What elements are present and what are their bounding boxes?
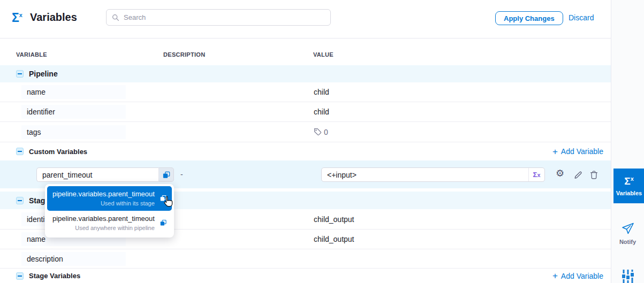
add-variable-button[interactable]: + Add Variable: [552, 271, 603, 280]
column-headers: VARIABLE DESCRIPTION VALUE: [0, 39, 611, 65]
plus-icon: +: [552, 271, 558, 280]
table-row-identifier: identifier child: [0, 102, 611, 122]
variable-name: tags: [21, 125, 126, 139]
table-row-stage-description: description: [0, 249, 611, 269]
group-row-custom-variables: Custom Variables + Add Variable: [0, 142, 611, 160]
group-label: Stage Variables: [29, 272, 80, 280]
group-row-stage-variables: Stage Variables + Add Variable: [0, 269, 611, 283]
paper-plane-icon: [620, 222, 635, 235]
variable-name-input[interactable]: [36, 167, 158, 182]
page-title: Variables: [30, 11, 77, 24]
collapse-minus-icon[interactable]: [16, 70, 24, 78]
cursor-pointer-icon: [162, 195, 174, 208]
sigma-x-icon: Σx: [624, 175, 634, 187]
search-icon: [112, 14, 119, 21]
collapse-minus-icon[interactable]: [16, 148, 24, 155]
copy-button[interactable]: [158, 167, 174, 182]
suggestion-scope: Used within its stage: [52, 200, 155, 206]
variable-name: name: [21, 85, 126, 99]
variable-name: description: [21, 252, 126, 266]
suggestion-text: pipeline.variables.parent_timeout Used w…: [52, 190, 155, 206]
add-variable-button[interactable]: + Add Variable: [552, 147, 603, 156]
plus-icon: +: [552, 147, 558, 156]
suggestion-scope: Used anywhere within pipeline: [52, 225, 155, 231]
apply-changes-button[interactable]: Apply Changes: [495, 11, 563, 25]
variable-name-input-group: [36, 167, 174, 182]
suggestion-item-pipeline-scope[interactable]: pipeline.variables.parent_timeout Used a…: [47, 211, 172, 235]
sigma-x-icon: Σx: [12, 11, 22, 25]
section-row-pipeline[interactable]: Pipeline: [0, 65, 611, 82]
variables-table: VARIABLE DESCRIPTION VALUE Pipeline name…: [0, 39, 611, 283]
search-box[interactable]: [106, 9, 331, 26]
variable-value-input-group: Σx: [321, 167, 545, 182]
variable-value: child_output: [314, 235, 354, 243]
column-header-value: VALUE: [313, 51, 334, 58]
edit-pencil-icon[interactable]: [573, 170, 583, 182]
collapse-minus-icon[interactable]: [16, 197, 24, 204]
sliders-icon[interactable]: [622, 270, 634, 283]
column-header-variable: VARIABLE: [16, 51, 47, 58]
panel-header: Σx Variables Apply Changes Discard: [0, 0, 611, 39]
add-variable-label: Add Variable: [561, 272, 603, 280]
discard-link[interactable]: Discard: [569, 13, 594, 22]
copy-icon: [163, 171, 170, 179]
suggestion-item-stage-scope[interactable]: pipeline.variables.parent_timeout Used w…: [47, 186, 172, 211]
sidebar-item-variables[interactable]: Σx Variables: [613, 169, 644, 203]
settings-gear-icon[interactable]: ⚙: [556, 169, 564, 178]
sidebar-item-label: Variables: [616, 190, 642, 196]
variable-name: identifier: [21, 105, 126, 119]
suggestion-path: pipeline.variables.parent_timeout: [52, 215, 155, 223]
variable-value: child: [314, 88, 329, 96]
group-label: Custom Variables: [29, 148, 87, 156]
variable-value: child: [314, 108, 329, 116]
table-row-name: name child: [0, 82, 611, 102]
suggestion-text: pipeline.variables.parent_timeout Used a…: [52, 215, 155, 231]
right-sidebar: Σx Variables Notify: [611, 0, 644, 283]
column-header-description: DESCRIPTION: [163, 51, 205, 58]
variable-value-input[interactable]: [322, 171, 528, 179]
collapse-minus-icon[interactable]: [16, 272, 24, 280]
copy-icon[interactable]: [160, 218, 166, 227]
search-input[interactable]: [124, 13, 325, 21]
sidebar-item-label: Notify: [611, 239, 644, 245]
sidebar-item-notify[interactable]: Notify: [611, 222, 644, 245]
table-row-tags: tags 0: [0, 122, 611, 142]
tags-count: 0: [324, 128, 328, 136]
expression-suggestion-dropdown: pipeline.variables.parent_timeout Used w…: [45, 184, 174, 238]
tags-value: 0: [314, 128, 328, 136]
add-variable-label: Add Variable: [561, 147, 603, 156]
tag-icon: [314, 128, 322, 136]
expression-sigma-icon[interactable]: Σx: [528, 168, 544, 181]
variable-value: child_output: [314, 215, 354, 224]
delete-trash-icon[interactable]: [589, 170, 598, 182]
section-label: Pipeline: [29, 70, 58, 78]
description-cell: -: [180, 170, 183, 179]
suggestion-path: pipeline.variables.parent_timeout: [52, 190, 155, 198]
